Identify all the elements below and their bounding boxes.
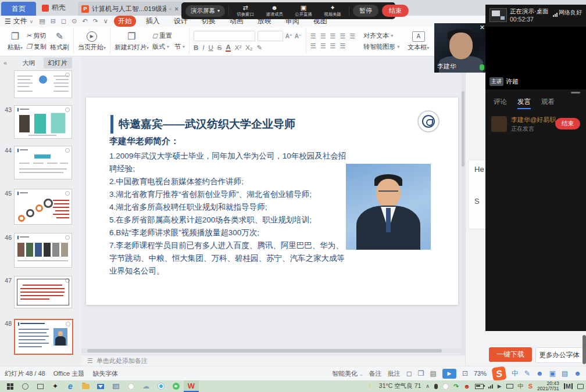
speaker-portrait-photo[interactable] xyxy=(346,164,431,250)
tray-circle-icon[interactable] xyxy=(442,383,449,390)
reading-view-icon[interactable]: ▤ xyxy=(430,369,437,377)
tab-close-icon[interactable]: ✕ xyxy=(174,6,179,12)
ime-chinese-icon[interactable]: 中 xyxy=(512,369,519,379)
slide-title[interactable]: 特邀嘉宾——武汉纺织大学企业导师 xyxy=(119,117,295,132)
slide-thumbnail-44[interactable] xyxy=(14,146,72,179)
webcam-overlay[interactable]: ✕ 李建华 xyxy=(434,23,487,73)
tab-document[interactable]: P 计算机与人工智...019级家长会 ▫ ✕ xyxy=(78,2,183,16)
clock[interactable]: 20:43 2021/7/31 xyxy=(537,381,559,391)
font-color-button[interactable]: A xyxy=(226,44,230,52)
reset-button[interactable]: ◻重置 xyxy=(152,31,185,40)
editing-canvas[interactable]: 特邀嘉宾——武汉纺织大学企业导师 李建华老师简介： 1.2009年武汉大学硕士毕… xyxy=(81,56,465,366)
invite-member-button[interactable]: ☻ 邀请成员 xyxy=(262,5,287,17)
paste-button[interactable]: ❐ 粘贴▾ xyxy=(8,31,23,52)
copy-button[interactable]: ❐复制 xyxy=(26,42,47,51)
layout-button[interactable]: 版式▾ xyxy=(152,42,169,51)
normal-view-icon[interactable]: ◻ xyxy=(406,369,412,377)
slide-sorter-view-icon[interactable]: ❐ xyxy=(418,369,424,377)
align-right-button[interactable]: ☰ xyxy=(330,42,336,50)
ribbon-tab-insert[interactable]: 插入 xyxy=(142,16,164,27)
fit-window-icon[interactable]: ⊡ xyxy=(462,369,468,377)
cloud-app-icon[interactable]: ☁ xyxy=(138,380,153,392)
horizontal-scrollbar[interactable] xyxy=(81,348,461,353)
current-slide[interactable]: 特邀嘉宾——武汉纺织大学企业导师 李建华老师简介： 1.2009年武汉大学硕士毕… xyxy=(86,98,458,305)
justify-button[interactable]: ☰ xyxy=(340,42,345,50)
weather-text[interactable]: 31°C 空气良 71 xyxy=(379,382,421,390)
ime-mic-icon[interactable]: ▣ xyxy=(549,369,556,377)
tab-docer[interactable]: 稻壳 xyxy=(42,3,66,13)
vertical-scrollbar-thumb[interactable] xyxy=(462,91,464,167)
ribbon-tab-home[interactable]: 开始 xyxy=(114,16,136,27)
highlight-button[interactable]: ✎ xyxy=(256,44,262,52)
section-button[interactable]: 节▾ xyxy=(174,42,185,51)
pinwheel-app-icon[interactable]: ✦ xyxy=(48,380,63,392)
font-name-select[interactable] xyxy=(194,31,255,41)
photos-app-icon[interactable] xyxy=(108,380,123,392)
undo-icon[interactable]: ↶ xyxy=(82,17,87,25)
underline-button[interactable]: U xyxy=(208,44,213,51)
slide-intro[interactable]: 李建华老师简介： xyxy=(109,136,179,147)
sogou-tray-icon[interactable]: S xyxy=(528,383,533,390)
cortana-search-button[interactable] xyxy=(17,380,33,392)
slide-thumbnail-43[interactable] xyxy=(14,105,72,139)
ime-indicator[interactable]: M xyxy=(564,383,573,389)
file-explorer-icon[interactable] xyxy=(78,380,93,392)
font-decrease-button[interactable]: A⁻ xyxy=(295,33,302,39)
missing-font-warning[interactable]: 缺失字体 xyxy=(92,369,118,378)
slide-body-text[interactable]: 1.2009年武汉大学硕士毕业，同年加入华为公司，10年校园及社会招聘经验; 2… xyxy=(109,150,346,278)
subscript-button[interactable]: X₂ xyxy=(245,44,252,51)
tab-speaking[interactable]: 发言 xyxy=(517,98,531,109)
tray-person-icon[interactable]: ☻ xyxy=(463,383,470,390)
find-icon[interactable]: ⊙ xyxy=(72,17,77,25)
qq-app-icon[interactable] xyxy=(153,380,169,392)
tab-restore-icon[interactable]: ▫ xyxy=(169,6,171,12)
tray-signal-icon[interactable] xyxy=(488,384,493,389)
more-office-fonts-button[interactable]: 更多办公字体 xyxy=(535,347,583,363)
tab-comments[interactable]: 评论 xyxy=(494,98,507,109)
tray-expand-icon[interactable]: ∧ xyxy=(426,383,430,389)
italic-button[interactable]: I xyxy=(202,44,204,51)
bold-button[interactable]: B xyxy=(194,44,198,51)
battery-icon[interactable] xyxy=(475,384,484,389)
webcam-close-icon[interactable]: ✕ xyxy=(480,24,485,31)
align-text-button[interactable]: 对齐文本▾ xyxy=(363,31,399,40)
tray-sync-icon[interactable]: ↷ xyxy=(453,383,459,390)
align-center-button[interactable]: ☰ xyxy=(320,42,326,50)
sogou-input-icon[interactable]: S xyxy=(491,366,506,381)
customize-caret-icon[interactable]: ∨ xyxy=(103,17,108,25)
action-center-icon[interactable] xyxy=(577,384,584,389)
to-smartart-button[interactable]: 转智能图形▾ xyxy=(363,42,399,51)
ime-pen-icon[interactable]: ✎ xyxy=(524,369,530,377)
font-size-select[interactable] xyxy=(258,31,283,41)
ime-emoji-icon[interactable]: ☻ xyxy=(536,369,544,377)
slide-thumbnail-45[interactable] xyxy=(14,189,72,225)
slideshow-play-button[interactable]: ▶ xyxy=(442,369,456,379)
format-painter-button[interactable]: ✎ 格式刷 xyxy=(50,31,69,52)
end-speaking-button[interactable]: 结束 xyxy=(555,118,580,130)
preview-icon[interactable]: ◻ xyxy=(61,17,66,25)
zoom-level[interactable]: 73% xyxy=(474,370,487,377)
indent-decrease-button[interactable]: ☰ xyxy=(330,33,336,40)
slide-thumbnail-partial[interactable] xyxy=(14,70,72,98)
pane-scrollbar-thumb[interactable] xyxy=(583,335,586,364)
video-beauty-button[interactable]: ✦ 视频美颜 xyxy=(320,5,345,17)
volume-icon[interactable]: ▶ xyxy=(498,383,502,389)
tab-slides[interactable]: 幻灯片 xyxy=(44,57,72,69)
tab-viewers[interactable]: 观看 xyxy=(541,98,555,109)
new-slide-button[interactable]: ❐ 新建幻灯片▾ xyxy=(115,31,149,52)
task-view-button[interactable] xyxy=(33,380,48,392)
wps-app-icon[interactable]: W xyxy=(184,380,199,392)
ime-keyboard-icon[interactable]: ▤ xyxy=(562,369,568,377)
mail-app-icon[interactable] xyxy=(93,380,108,392)
start-from-page-button[interactable]: ▶ 当页开始▾ xyxy=(78,31,106,52)
pause-share-button[interactable]: 暂停 xyxy=(353,5,378,17)
comments-toggle-button[interactable]: 批注 xyxy=(388,369,401,378)
white-circle-app-icon[interactable] xyxy=(123,380,138,392)
file-menu[interactable]: ☰ 文件 ∨ xyxy=(5,16,33,26)
switch-window-button[interactable]: ⇄ 切换窗口 xyxy=(233,5,258,17)
notes-toggle-button[interactable]: 备注 xyxy=(369,369,382,378)
presenter-video[interactable]: 主讲 许超 xyxy=(485,27,586,89)
tab-outline[interactable]: 大纲 xyxy=(18,57,40,69)
slide-thumbnail-47[interactable] xyxy=(14,276,72,308)
line-spacing-button[interactable]: ☰ xyxy=(349,33,355,40)
